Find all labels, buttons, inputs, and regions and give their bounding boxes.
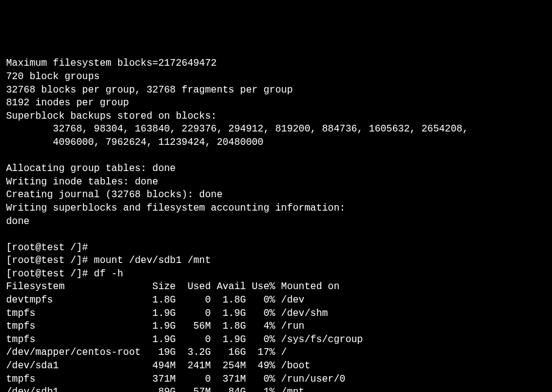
output-line: 720 block groups [6,71,100,82]
output-line: Writing inode tables: done [6,177,158,187]
df-row: /dev/mapper/centos-root 19G 3.2G 16G 17%… [6,347,287,358]
output-line: 32768, 98304, 163840, 229376, 294912, 81… [6,124,469,135]
output-line: Allocating group tables: done [6,163,175,174]
df-row: tmpfs 1.9G 0 1.9G 0% /sys/fs/cgroup [6,334,363,345]
shell-prompt-command: [root@test /]# mount /dev/sdb1 /mnt [6,255,211,266]
df-row: tmpfs 1.9G 56M 1.8G 4% /run [6,321,305,332]
terminal-output[interactable]: Maximum filesystem blocks=2172649472 720… [6,57,546,392]
shell-prompt: [root@test /]# [6,242,88,253]
df-row: tmpfs 1.9G 0 1.9G 0% /dev/shm [6,308,328,319]
shell-prompt-command: [root@test /]# df -h [6,268,123,279]
output-line: Superblock backups stored on blocks: [6,111,217,122]
output-line: 32768 blocks per group, 32768 fragments … [6,85,292,96]
output-line: 8192 inodes per group [6,97,129,108]
output-line: Writing superblocks and filesystem accou… [6,203,345,214]
df-row: /dev/sdb1 89G 57M 84G 1% /mnt [6,387,305,392]
output-line: 4096000, 7962624, 11239424, 20480000 [6,137,263,148]
output-line: Maximum filesystem blocks=2172649472 [6,58,217,69]
output-line: Creating journal (32768 blocks): done [6,189,222,200]
df-row: /dev/sda1 494M 241M 254M 49% /boot [6,360,310,371]
output-line: done [6,216,29,227]
df-row: devtmpfs 1.8G 0 1.8G 0% /dev [6,295,305,306]
df-row: tmpfs 371M 0 371M 0% /run/user/0 [6,374,345,385]
df-header: Filesystem Size Used Avail Use% Mounted … [6,281,339,292]
